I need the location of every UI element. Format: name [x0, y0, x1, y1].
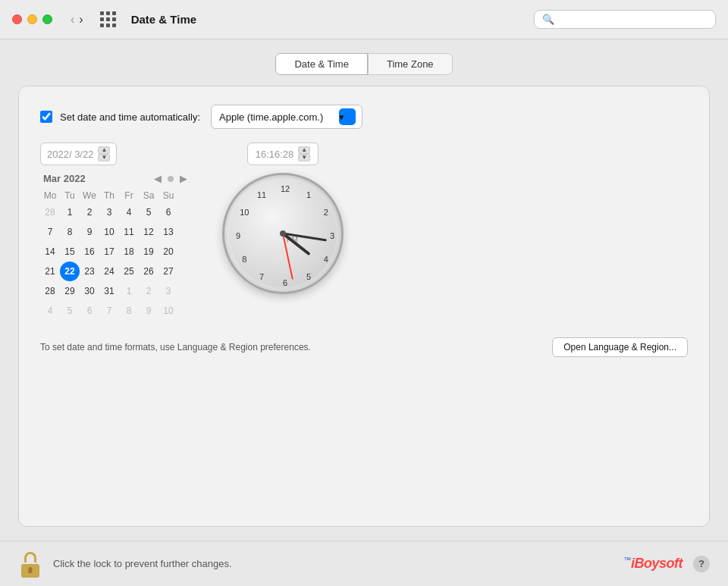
table-row[interactable]: 6	[80, 301, 99, 321]
table-row[interactable]: 17	[99, 242, 119, 262]
table-row[interactable]: 8	[119, 301, 139, 321]
time-input-row: 16:16:28 ▲ ▼	[247, 143, 319, 165]
time-decrement[interactable]: ▼	[298, 154, 310, 161]
lock-icon[interactable]	[18, 550, 42, 578]
search-input[interactable]	[559, 14, 708, 25]
table-row[interactable]: 31	[99, 281, 119, 301]
table-row[interactable]: 16	[80, 242, 99, 262]
table-row[interactable]: 23	[80, 262, 99, 281]
date-value: 2022/ 3/22	[47, 149, 93, 160]
table-row[interactable]: 3	[158, 281, 178, 301]
traffic-lights	[12, 14, 52, 24]
tab-time-zone[interactable]: Time Zone	[368, 53, 453, 75]
close-button[interactable]	[12, 14, 22, 24]
table-row[interactable]: 7	[99, 301, 119, 321]
table-row[interactable]: 4	[119, 202, 139, 222]
bottom-info-text: To set date and time formats, use Langua…	[40, 342, 544, 353]
table-row[interactable]: 27	[158, 262, 178, 281]
table-row[interactable]: 7	[40, 222, 60, 242]
app-grid-icon[interactable]	[100, 11, 116, 27]
table-row[interactable]: 1	[60, 202, 80, 222]
lock-shackle	[24, 552, 36, 562]
table-row[interactable]: 3	[99, 202, 119, 222]
table-row[interactable]: 2	[80, 202, 99, 222]
time-increment[interactable]: ▲	[298, 146, 310, 154]
table-row[interactable]: 26	[139, 262, 158, 281]
table-row[interactable]: 20	[158, 242, 178, 262]
search-icon: 🔍	[542, 14, 554, 25]
dropdown-arrow-icon: ▾	[339, 108, 356, 125]
table-row[interactable]: 25	[119, 262, 139, 281]
table-row[interactable]: 4	[40, 301, 60, 321]
clock: 121234567891011 PM	[222, 173, 344, 294]
clock-number: 2	[324, 208, 328, 217]
table-row[interactable]: 21	[40, 262, 60, 281]
table-row[interactable]: 2	[139, 281, 158, 301]
table-row[interactable]: 10	[99, 222, 119, 242]
time-stepper[interactable]: ▲ ▼	[298, 146, 310, 161]
tab-date-time[interactable]: Date & Time	[275, 53, 368, 75]
iboysoft-logo: ™iBoysoft	[623, 556, 682, 572]
footer: Click the lock to prevent further change…	[0, 541, 728, 586]
chevron-down-icon: ▾	[339, 111, 356, 123]
table-row[interactable]: 18	[119, 242, 139, 262]
table-row[interactable]: 14	[40, 242, 60, 262]
table-row[interactable]: 13	[158, 222, 178, 242]
table-row[interactable]: 12	[139, 222, 158, 242]
datetime-area: 2022/ 3/22 ▲ ▼ Mar 2022 ◀ ▶	[40, 143, 688, 321]
table-row[interactable]: 15	[60, 242, 80, 262]
calendar-grid: Mo Tu We Th Fr Sa Su 2812345678910111213…	[40, 189, 178, 321]
table-row[interactable]: 29	[60, 281, 80, 301]
cal-header-su: Su	[158, 189, 178, 202]
table-row[interactable]: 19	[139, 242, 158, 262]
date-input-row: 2022/ 3/22 ▲ ▼	[40, 143, 192, 165]
clock-number: 10	[240, 208, 249, 217]
table-row[interactable]: 22	[60, 262, 80, 281]
clock-face: 121234567891011 PM	[222, 173, 344, 294]
cal-header-we: We	[80, 189, 99, 202]
table-row[interactable]: 10	[158, 301, 178, 321]
table-row[interactable]: 9	[80, 222, 99, 242]
date-stepper[interactable]: ▲ ▼	[98, 146, 110, 161]
clock-number: 1	[306, 190, 311, 199]
calendar-today-dot[interactable]	[168, 176, 174, 182]
date-decrement[interactable]: ▼	[98, 154, 110, 161]
clock-number: 4	[324, 255, 328, 264]
forward-arrow[interactable]: ›	[79, 13, 83, 27]
calendar: Mar 2022 ◀ ▶ Mo Tu We Th Fr	[40, 173, 192, 321]
table-row[interactable]: 9	[139, 301, 158, 321]
search-bar[interactable]: 🔍	[534, 10, 716, 29]
cal-header-mo: Mo	[40, 189, 60, 202]
table-row[interactable]: 28	[40, 281, 60, 301]
maximize-button[interactable]	[42, 14, 52, 24]
table-row[interactable]: 11	[119, 222, 139, 242]
table-row[interactable]: 24	[99, 262, 119, 281]
table-row[interactable]: 5	[139, 202, 158, 222]
date-input-box[interactable]: 2022/ 3/22 ▲ ▼	[40, 143, 117, 165]
server-dropdown[interactable]: Apple (time.apple.com.) ▾	[211, 105, 362, 129]
date-increment[interactable]: ▲	[98, 146, 110, 154]
auto-checkbox[interactable]	[40, 111, 52, 123]
clock-number: 5	[306, 272, 311, 281]
open-language-region-button[interactable]: Open Language & Region...	[552, 337, 688, 357]
table-row[interactable]: 6	[158, 202, 178, 222]
clock-number: 7	[259, 272, 264, 281]
clock-number: 9	[236, 231, 240, 240]
table-row[interactable]: 28	[40, 202, 60, 222]
back-arrow[interactable]: ‹	[71, 13, 74, 27]
nav-arrows: ‹ ›	[71, 13, 83, 27]
minimize-button[interactable]	[27, 14, 37, 24]
cal-header-th: Th	[99, 189, 119, 202]
time-section: 16:16:28 ▲ ▼ 121234567891011 PM	[222, 143, 344, 294]
clock-number: 12	[281, 184, 290, 193]
table-row[interactable]: 30	[80, 281, 99, 301]
calendar-header: Mar 2022 ◀ ▶	[40, 173, 192, 184]
calendar-prev[interactable]: ◀	[152, 173, 163, 184]
table-row[interactable]: 5	[60, 301, 80, 321]
lock-body	[21, 564, 39, 578]
time-input-box[interactable]: 16:16:28 ▲ ▼	[247, 143, 319, 165]
table-row[interactable]: 8	[60, 222, 80, 242]
help-button[interactable]: ?	[693, 556, 710, 572]
calendar-next[interactable]: ▶	[178, 173, 189, 184]
table-row[interactable]: 1	[119, 281, 139, 301]
